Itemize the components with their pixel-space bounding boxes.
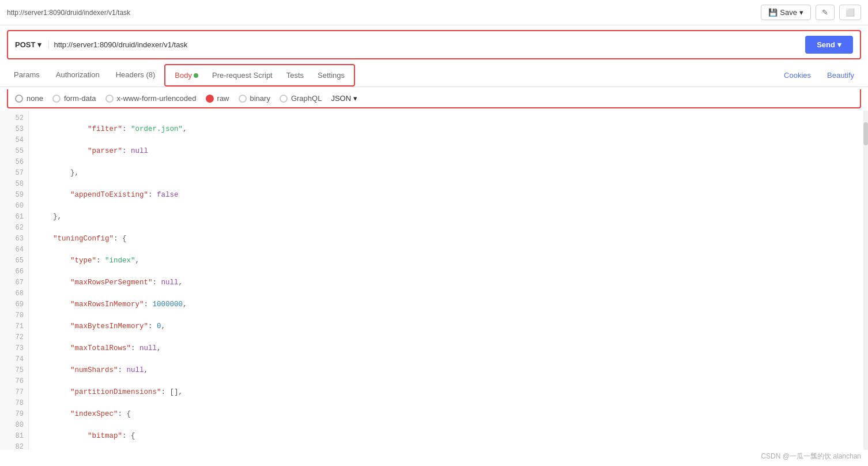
radio-binary-label: binary	[250, 94, 270, 103]
top-bar: http://server1:8090/druid/indexer/v1/tas…	[0, 0, 868, 25]
radio-none-circle	[15, 95, 23, 103]
top-bar-actions: 💾 Save ▾ ✎ ⬜	[761, 5, 861, 20]
send-button[interactable]: Send ▾	[805, 36, 853, 54]
format-dropdown-icon: ▾	[353, 94, 357, 103]
scrollbar-thumb[interactable]	[863, 122, 868, 145]
radio-graphql[interactable]: GraphQL	[280, 94, 322, 103]
body-active-dot	[194, 73, 198, 78]
more-button[interactable]: ⬜	[839, 5, 861, 20]
line-numbers: 5253545556 5758596061 6263646566 6768697…	[0, 111, 29, 450]
send-label: Send	[817, 40, 835, 49]
radio-urlencoded-circle	[105, 95, 114, 103]
method-select[interactable]: POST ▾	[15, 40, 49, 49]
tab-body[interactable]: Body	[168, 66, 205, 84]
radio-urlencoded[interactable]: x-www-form-urlencoded	[105, 94, 197, 103]
radio-binary[interactable]: binary	[239, 94, 270, 103]
radio-graphql-circle	[280, 95, 288, 103]
radio-raw-circle	[206, 95, 214, 103]
radio-none[interactable]: none	[15, 94, 43, 103]
format-select[interactable]: JSON ▾	[331, 94, 357, 103]
code-content[interactable]: "filter": "order.json", "parser": null }…	[29, 111, 868, 450]
tab-beautify[interactable]: Beautify	[820, 66, 861, 84]
tab-prerequest[interactable]: Pre-request Script	[205, 66, 280, 84]
url-input[interactable]	[54, 40, 801, 49]
tab-group-body: Body Pre-request Script Tests Settings	[164, 64, 355, 87]
format-label: JSON	[331, 94, 351, 103]
tab-settings[interactable]: Settings	[311, 66, 352, 84]
tab-tests[interactable]: Tests	[280, 66, 311, 84]
page-url: http://server1:8090/druid/indexer/v1/tas…	[7, 9, 130, 17]
save-label: Save	[780, 8, 797, 17]
radio-form-data-circle	[52, 95, 61, 103]
radio-raw[interactable]: raw	[206, 94, 229, 103]
save-dropdown-icon: ▾	[799, 8, 803, 17]
tab-params[interactable]: Params	[7, 66, 47, 85]
radio-none-label: none	[27, 94, 43, 103]
body-type-row: none form-data x-www-form-urlencoded raw…	[7, 89, 861, 108]
tab-cookies[interactable]: Cookies	[777, 66, 818, 84]
radio-binary-circle	[239, 95, 247, 103]
radio-raw-label: raw	[217, 94, 229, 103]
scrollbar-track[interactable]	[863, 111, 868, 450]
radio-urlencoded-label: x-www-form-urlencoded	[117, 94, 197, 103]
code-editor: 5253545556 5758596061 6263646566 6768697…	[0, 111, 868, 450]
edit-button[interactable]: ✎	[816, 5, 835, 20]
url-bar: POST ▾ Send ▾	[7, 30, 861, 59]
radio-form-data[interactable]: form-data	[52, 94, 96, 103]
radio-graphql-label: GraphQL	[291, 94, 322, 103]
method-dropdown-icon: ▾	[37, 40, 41, 49]
tabs-row: Params Authorization Headers (8) Body Pr…	[0, 62, 868, 87]
save-button[interactable]: 💾 Save ▾	[761, 5, 811, 20]
radio-form-data-label: form-data	[64, 94, 96, 103]
tab-authorization[interactable]: Authorization	[49, 66, 107, 85]
send-dropdown-icon: ▾	[837, 40, 841, 49]
method-label: POST	[15, 40, 35, 49]
body-label: Body	[175, 71, 192, 80]
tab-headers[interactable]: Headers (8)	[109, 66, 163, 85]
save-icon: 💾	[768, 8, 778, 17]
